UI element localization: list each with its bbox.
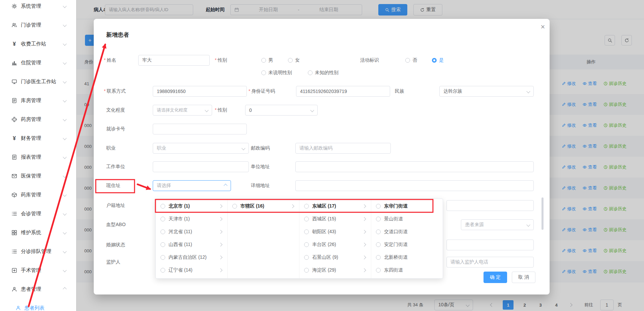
sidebar-item-doctor-workstation[interactable]: 门诊医生工作站	[0, 72, 76, 91]
sidebar-item-system[interactable]: 系统管理	[0, 0, 76, 15]
curaddr-label: 现住址	[106, 183, 120, 189]
cascader-province-option[interactable]: 辽宁省 (14)	[156, 264, 227, 277]
bar-chart-icon	[11, 60, 17, 66]
cascader-province-option[interactable]: 内蒙古自治区 (12)	[156, 251, 227, 264]
detailaddr-input[interactable]	[295, 180, 534, 191]
education-select[interactable]: 请选择文化程度	[153, 105, 212, 116]
cascader-street-option[interactable]: 北新桥街道	[371, 251, 443, 264]
sidebar-item-maintenance[interactable]: 维护系统	[0, 223, 76, 242]
cascader-district-option[interactable]: 海淀区 (29)	[299, 264, 371, 277]
unitaddr-input[interactable]	[295, 161, 534, 172]
name-input[interactable]: 牢大	[138, 55, 210, 66]
cascader-province-option[interactable]: 北京市 (1)	[156, 200, 227, 213]
cascader-district-option[interactable]: 东城区 (17)	[299, 200, 371, 213]
cascader-street-option[interactable]: 东四街道	[371, 264, 443, 277]
postal-input[interactable]: 请输入邮政编码	[295, 143, 391, 154]
cascader-district-option[interactable]: 丰台区 (26)	[299, 238, 371, 251]
chevron-right-icon	[218, 217, 222, 221]
sidebar-item-finance[interactable]: ¥ 财务管理	[0, 129, 76, 148]
idcard-input[interactable]: 411625192602039719	[296, 86, 390, 97]
sidebar-item-label: 手术管理	[21, 267, 41, 274]
gender2-select[interactable]: 0	[245, 105, 318, 116]
radio-icon	[376, 217, 381, 221]
sidebar-item-pharmacy[interactable]: 药房管理	[0, 110, 76, 129]
detailaddr-label: 详细地址	[251, 183, 270, 189]
patient-list-icon	[16, 305, 21, 311]
gender-option-male[interactable]: 男	[261, 57, 273, 63]
patient-source-select[interactable]: 患者来源	[461, 219, 534, 230]
chevron-down-icon	[526, 89, 530, 93]
cascader-district-option[interactable]: 石景山区 (9)	[299, 251, 371, 264]
radio-selected-icon	[432, 58, 437, 63]
mail-icon	[11, 173, 17, 179]
ethnicity-label: 民族	[395, 88, 404, 94]
sidebar-item-insurance[interactable]: 医保管理	[0, 166, 76, 185]
chevron-right-icon	[362, 230, 366, 234]
chevron-right-icon	[218, 255, 222, 259]
chevron-down-icon	[63, 61, 66, 64]
sidebar-item-label: 门诊管理	[21, 22, 41, 28]
card-input[interactable]	[153, 124, 247, 134]
cascader-city-option[interactable]: 市辖区 (16)	[228, 200, 299, 213]
cascader-district-option[interactable]: 朝阳区 (43)	[299, 225, 371, 238]
chevron-down-icon	[63, 230, 66, 234]
chevron-down-icon	[63, 268, 66, 272]
cascader-province-option[interactable]: 河北省 (11)	[156, 225, 227, 238]
radio-icon	[160, 268, 165, 273]
required-mark: *	[104, 88, 106, 94]
sidebar-item-label: 住院管理	[21, 60, 41, 66]
workunit-input[interactable]	[153, 161, 249, 172]
active-option-no[interactable]: 否	[405, 57, 417, 63]
sidebar-item-reports[interactable]: 报表管理	[0, 148, 76, 166]
sidebar-item-inpatient[interactable]: 住院管理	[0, 53, 76, 72]
close-icon[interactable]: ×	[538, 22, 548, 32]
active-option-yes[interactable]: 是	[432, 57, 444, 63]
contact-input[interactable]: 19880991650	[153, 86, 247, 97]
curaddr-cascader-select[interactable]: 请选择	[153, 180, 231, 191]
chevron-down-icon	[63, 117, 66, 121]
ethnicity-value: 达斡尔族	[443, 88, 462, 94]
sidebar-item-charging[interactable]: ¥ 收费工作站	[0, 34, 76, 53]
cascader-province-option[interactable]: 天津市 (1)	[156, 213, 227, 225]
chevron-down-icon	[63, 136, 66, 140]
gender-option-unstated[interactable]: 未说明性别	[261, 70, 292, 76]
sidebar-item-surgery[interactable]: 手术管理	[0, 261, 76, 280]
cascader-street-option[interactable]: 安定门街道	[371, 238, 443, 251]
cascader-street-option[interactable]: 景山街道	[371, 213, 443, 225]
sidebar-item-drug-storage[interactable]: 药库管理	[0, 185, 76, 204]
radio-icon	[160, 204, 165, 209]
guardian-phone-input[interactable]: 请输入监护人电话	[446, 257, 534, 268]
marital-input[interactable]	[446, 240, 534, 250]
occupation-select[interactable]: 职业	[153, 143, 249, 154]
yen-glyph: ¥	[11, 41, 17, 47]
cascader-street-option[interactable]: 东华门街道	[371, 200, 443, 213]
sidebar-item-outpatient[interactable]: 门诊管理	[0, 15, 76, 34]
radio-icon	[376, 268, 381, 273]
sidebar-item-label: 系统管理	[21, 3, 41, 9]
sidebar-item-patient-mgmt[interactable]: 患者管理	[0, 280, 76, 299]
chevron-right-icon	[362, 255, 366, 259]
ethnicity-select[interactable]: 达斡尔族	[439, 86, 534, 97]
confirm-button[interactable]: 确 定	[484, 272, 507, 283]
sidebar-item-patient-list[interactable]: 患者列表	[0, 300, 76, 311]
cascader-street-option[interactable]: 交道口街道	[371, 225, 443, 238]
cancel-button[interactable]: 取 消	[512, 272, 535, 283]
cascader-province-option[interactable]: 山西省 (11)	[156, 238, 227, 251]
regaddr-input[interactable]	[446, 200, 534, 211]
cascader-district-option[interactable]: 西城区 (15)	[299, 213, 371, 225]
modal-scrollbar[interactable]	[541, 197, 544, 230]
occupation-label: 职业	[106, 145, 116, 151]
sidebar-item-triage-queue[interactable]: 分诊排队管理	[0, 242, 76, 261]
sidebar-item-consultation[interactable]: 会诊管理	[0, 204, 76, 223]
chevron-right-icon	[362, 268, 366, 272]
medical-cross-icon	[11, 117, 17, 122]
name-label: *姓名	[104, 57, 116, 63]
radio-label: 否	[412, 57, 417, 63]
sidebar-item-label: 医保管理	[21, 173, 41, 179]
gender-option-female[interactable]: 女	[288, 57, 300, 63]
gender-option-unknown[interactable]: 未知的性别	[308, 70, 339, 76]
chevron-up-icon	[63, 287, 66, 291]
radio-icon	[160, 229, 165, 234]
sidebar-item-warehouse[interactable]: 库房管理	[0, 91, 76, 110]
name-value: 牢大	[142, 57, 152, 63]
